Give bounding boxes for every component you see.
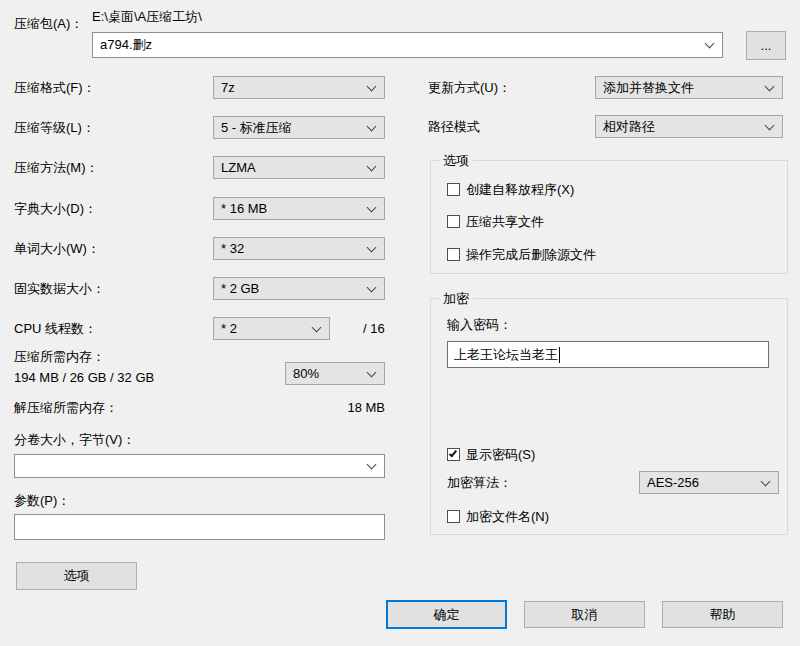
cpu-threads-select[interactable]: * 2 [213, 317, 330, 340]
archive-label: 压缩包(A)： [14, 16, 83, 32]
chevron-down-icon [367, 367, 377, 377]
update-mode-value: 添加并替换文件 [603, 79, 694, 97]
shared-files-checkbox[interactable] [447, 215, 460, 228]
chevron-down-icon [367, 81, 377, 91]
ok-button-label: 确定 [434, 606, 460, 624]
encryption-method-select[interactable]: AES-256 [639, 471, 779, 494]
word-size-value: * 32 [221, 241, 244, 256]
parameters-input[interactable] [14, 514, 385, 540]
chevron-down-icon [367, 242, 377, 252]
chevron-down-icon [761, 476, 771, 486]
shared-files-checkbox-row[interactable]: 压缩共享文件 [447, 213, 544, 230]
volume-size-combobox[interactable] [14, 454, 385, 478]
memory-percent-select[interactable]: 80% [285, 362, 385, 385]
add-to-archive-dialog: 压缩包(A)： E:\桌面\A压缩工坊\ a794.删z ... 压缩格式(F)… [0, 0, 800, 646]
checkmark-icon [449, 449, 457, 458]
options-button[interactable]: 选项 [16, 562, 137, 590]
ok-button[interactable]: 确定 [386, 600, 507, 629]
show-password-checkbox-row[interactable]: 显示密码(S) [447, 446, 535, 463]
memory-percent-value: 80% [293, 366, 319, 381]
chevron-down-icon [312, 322, 322, 332]
dictionary-select[interactable]: * 16 MB [213, 197, 385, 220]
chevron-down-icon [765, 81, 775, 91]
cancel-button-label: 取消 [572, 606, 598, 624]
path-mode-select[interactable]: 相对路径 [595, 115, 783, 138]
chevron-down-icon [705, 39, 715, 49]
sfx-checkbox[interactable] [447, 183, 460, 196]
level-select[interactable]: 5 - 标准压缩 [213, 116, 385, 139]
delete-after-checkbox[interactable] [447, 248, 460, 261]
archive-name-value: a794.删z [100, 36, 152, 54]
archive-dir-path: E:\桌面\A压缩工坊\ [92, 9, 202, 25]
options-group: 选项 创建自释放程序(X) 压缩共享文件 操作完成后删除源文件 [430, 160, 788, 274]
chevron-down-icon [367, 121, 377, 131]
delete-after-checkbox-row[interactable]: 操作完成后删除源文件 [447, 246, 596, 263]
help-button[interactable]: 帮助 [662, 601, 783, 628]
sfx-checkbox-row[interactable]: 创建自释放程序(X) [447, 181, 574, 198]
level-label: 压缩等级(L)： [14, 120, 95, 136]
parameters-label: 参数(P)： [14, 493, 70, 509]
encryption-method-label: 加密算法： [447, 475, 512, 491]
browse-button-label: ... [761, 38, 772, 53]
sfx-checkbox-label[interactable]: 创建自释放程序(X) [466, 181, 574, 199]
method-select[interactable]: LZMA [213, 156, 385, 179]
memory-decompress-label: 解压缩所需内存： [14, 400, 118, 416]
options-group-title: 选项 [439, 152, 473, 169]
method-value: LZMA [221, 160, 256, 175]
encrypt-names-checkbox[interactable] [447, 510, 460, 523]
format-value: 7z [221, 80, 235, 95]
path-mode-label: 路径模式 [428, 119, 480, 135]
chevron-down-icon [367, 460, 377, 470]
chevron-down-icon [765, 120, 775, 130]
method-label: 压缩方法(M)： [14, 160, 99, 176]
memory-compress-value: 194 MB / 26 GB / 32 GB [14, 370, 154, 386]
word-size-select[interactable]: * 32 [213, 237, 385, 260]
shared-files-checkbox-label[interactable]: 压缩共享文件 [466, 213, 544, 231]
chevron-down-icon [367, 282, 377, 292]
cancel-button[interactable]: 取消 [524, 601, 645, 628]
solid-size-select[interactable]: * 2 GB [213, 277, 385, 300]
dictionary-value: * 16 MB [221, 201, 267, 216]
encryption-group: 加密 输入密码： 上老王论坛当老王 显示密码(S) 加密算法： AES-256 … [430, 298, 788, 535]
memory-compress-label: 压缩所需内存： [14, 349, 105, 365]
help-button-label: 帮助 [710, 606, 736, 624]
password-input[interactable]: 上老王论坛当老王 [447, 341, 769, 368]
solid-size-label: 固实数据大小： [14, 281, 105, 297]
word-size-label: 单词大小(W)： [14, 241, 100, 257]
format-select[interactable]: 7z [213, 76, 385, 99]
dictionary-label: 字典大小(D)： [14, 201, 97, 217]
options-button-label: 选项 [64, 567, 90, 585]
memory-decompress-value: 18 MB [285, 400, 385, 416]
level-value: 5 - 标准压缩 [221, 119, 292, 137]
delete-after-checkbox-label[interactable]: 操作完成后删除源文件 [466, 246, 596, 264]
show-password-checkbox[interactable] [447, 448, 460, 461]
browse-button[interactable]: ... [746, 31, 786, 60]
solid-size-value: * 2 GB [221, 281, 259, 296]
cpu-threads-label: CPU 线程数： [14, 321, 97, 337]
encrypt-names-checkbox-row[interactable]: 加密文件名(N) [447, 508, 549, 525]
encrypt-names-checkbox-label[interactable]: 加密文件名(N) [466, 508, 549, 526]
password-value: 上老王论坛当老王 [454, 346, 558, 364]
cpu-threads-max: / 16 [363, 321, 385, 337]
volume-size-label: 分卷大小，字节(V)： [14, 432, 135, 448]
archive-name-combobox[interactable]: a794.删z [92, 32, 723, 58]
update-mode-select[interactable]: 添加并替换文件 [595, 76, 783, 99]
encryption-method-value: AES-256 [647, 475, 699, 490]
show-password-checkbox-label[interactable]: 显示密码(S) [466, 446, 535, 464]
encryption-group-title: 加密 [439, 290, 473, 307]
text-caret [559, 347, 560, 363]
update-mode-label: 更新方式(U)： [428, 80, 511, 96]
chevron-down-icon [367, 202, 377, 212]
password-label: 输入密码： [447, 317, 512, 333]
cpu-threads-value: * 2 [221, 321, 237, 336]
format-label: 压缩格式(F)： [14, 80, 96, 96]
path-mode-value: 相对路径 [603, 118, 655, 136]
chevron-down-icon [367, 161, 377, 171]
